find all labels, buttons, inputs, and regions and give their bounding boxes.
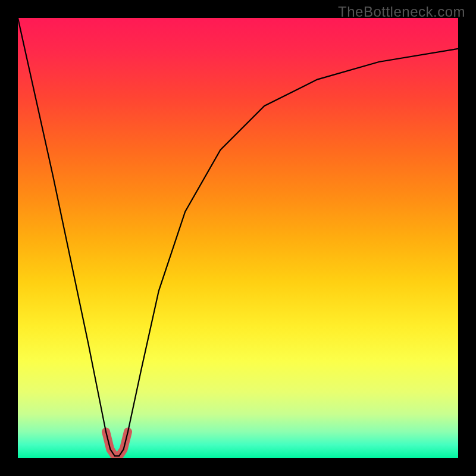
chart-svg [18, 18, 458, 458]
plot-area [18, 18, 458, 458]
bottleneck-curve [18, 18, 458, 456]
watermark-label: TheBottleneck.com [338, 4, 465, 20]
chart-frame: TheBottleneck.com [0, 0, 476, 476]
